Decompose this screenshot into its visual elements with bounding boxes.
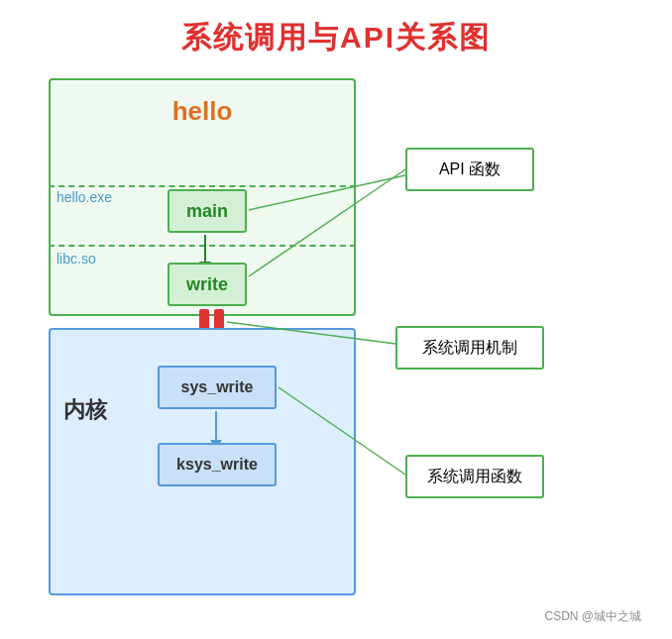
syscall-mech-box: 系统调用机制 [395, 326, 544, 370]
write-label: write [186, 274, 228, 295]
api-func-label: API 函数 [439, 160, 501, 180]
ksyswrite-label: ksys_write [176, 456, 258, 474]
helloexe-label: hello.exe [56, 189, 112, 205]
syscall-fn-label: 系统调用函数 [427, 467, 522, 487]
kernel-label: 内核 [63, 395, 107, 425]
ksyswrite-box: ksys_write [158, 443, 277, 486]
libcso-label: libc.so [56, 251, 96, 266]
syscall-fn-box: 系统调用函数 [405, 455, 544, 498]
main-box: main [168, 189, 247, 233]
syswrite-box: sys_write [158, 366, 277, 409]
watermark: CSDN @城中之城 [544, 608, 641, 625]
arrow-main-to-write [204, 235, 206, 263]
page-title: 系统调用与API关系图 [0, 0, 672, 68]
arrow-sys-to-ksys [215, 411, 217, 441]
api-func-box: API 函数 [405, 148, 534, 191]
diagram-container: hello hello.exe libc.so main write 内核 sy… [19, 68, 653, 633]
dashed-divider-1 [49, 185, 356, 187]
main-label: main [186, 201, 228, 222]
write-box: write [168, 263, 247, 306]
syswrite-label: sys_write [181, 378, 254, 396]
dashed-divider-2 [49, 245, 356, 247]
hello-label: hello [49, 96, 356, 127]
syscall-mech-label: 系统调用机制 [422, 338, 517, 359]
